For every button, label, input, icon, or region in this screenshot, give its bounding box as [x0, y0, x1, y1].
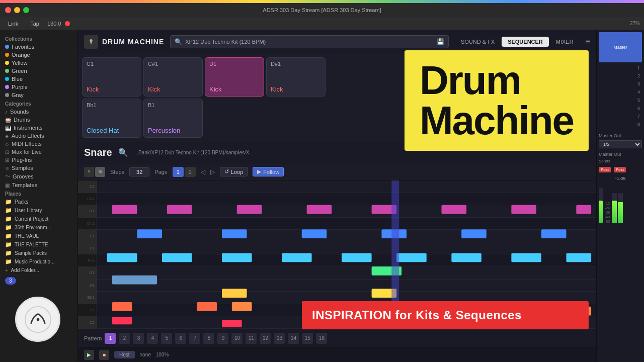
seq-nav-right[interactable]: ▷: [210, 168, 215, 175]
pad-d1[interactable]: D1 Kick: [205, 57, 264, 97]
piano-key-ds1[interactable]: D#1: [78, 218, 97, 230]
menu-icon[interactable]: ≡: [586, 37, 590, 46]
pattern-num-11[interactable]: 11: [246, 333, 257, 344]
tab-mixer[interactable]: MIXER: [550, 37, 580, 47]
pattern-num-8[interactable]: 8: [203, 333, 214, 344]
sidebar-item-max-live[interactable]: ⊡Max for Live: [0, 148, 77, 156]
pattern-num-16[interactable]: 16: [316, 333, 327, 344]
pattern-num-13[interactable]: 13: [274, 333, 285, 344]
post-button-1[interactable]: Post: [599, 167, 611, 172]
maximize-button[interactable]: [23, 7, 29, 13]
pattern-num-9[interactable]: 9: [217, 333, 228, 344]
piano-key-bb1[interactable]: Bb1: [78, 292, 97, 304]
pattern-num-7[interactable]: 7: [189, 333, 200, 344]
svg-rect-24: [112, 276, 157, 285]
sidebar-item-instruments[interactable]: 🎹Instruments: [0, 124, 77, 132]
sidebar-item-add-folder[interactable]: +Add Folder...: [0, 266, 77, 274]
sidebar-item-midi-effects[interactable]: ◇MIDI Effects: [0, 140, 77, 148]
pattern-num-14[interactable]: 14: [288, 333, 299, 344]
pad-ds1[interactable]: D#1 Kick: [266, 57, 326, 97]
sidebar-item-gray[interactable]: Gray: [0, 91, 77, 99]
sidebar-item-user-library[interactable]: 📁User Library: [0, 206, 77, 215]
sidebar-item-packs[interactable]: 📁Packs: [0, 198, 77, 206]
sidebar-item-current-project[interactable]: 📁Current Project: [0, 215, 77, 223]
seq-view-btns: ≡ ⊞: [84, 167, 105, 177]
seq-view-grid[interactable]: ⊞: [95, 167, 105, 177]
pattern-num-10[interactable]: 10: [231, 333, 243, 344]
sidebar-item-36th[interactable]: 📁36th Environm...: [0, 223, 77, 232]
piano-key-b1[interactable]: B1: [78, 304, 97, 317]
pad-a1[interactable]: A1 Closed Hat: [514, 57, 573, 97]
piano-key-f1[interactable]: F1: [78, 242, 97, 255]
sidebar-item-blue[interactable]: Blue: [0, 75, 77, 83]
minimize-button[interactable]: [14, 7, 20, 13]
seq-view-list[interactable]: ≡: [84, 167, 94, 177]
pattern-num-4[interactable]: 4: [147, 333, 158, 344]
output-select[interactable]: 1/2: [599, 140, 642, 148]
mixer-num-5: 5: [599, 97, 642, 104]
pad-empty: [328, 57, 387, 97]
sidebar-item-palette[interactable]: 📁THE PALETTE: [0, 240, 77, 249]
seq-loop-button[interactable]: ↺ Loop: [220, 167, 248, 176]
sidebar-item-music-prod[interactable]: 📁Music Productio...: [0, 257, 77, 266]
fader-track-1[interactable]: [599, 188, 603, 223]
sidebar-item-sounds[interactable]: ♪Sounds: [0, 108, 77, 116]
seq-search-icon[interactable]: 🔍: [118, 148, 128, 157]
sidebar-item-drums[interactable]: 🥁Drums: [0, 116, 77, 124]
pattern-num-5[interactable]: 5: [161, 333, 172, 344]
sidebar-item-purple[interactable]: Purple: [0, 83, 77, 91]
tab-tap[interactable]: Tap: [26, 20, 43, 28]
pad-bb1[interactable]: Bb1 Closed Hat: [82, 99, 141, 138]
sidebar-item-sample-packs[interactable]: 📁Sample Packs: [0, 249, 77, 257]
host-button[interactable]: Host: [114, 351, 135, 358]
tab-sound-fx[interactable]: SOUND & FX: [455, 37, 501, 47]
sidebar-item-vault[interactable]: 📁THE VAULT: [0, 232, 77, 240]
piano-key-g1[interactable]: G1: [78, 267, 97, 280]
seq-nav-left[interactable]: ◁: [201, 168, 205, 175]
sidebar-item-templates[interactable]: ▦Templates: [0, 181, 77, 189]
pattern-num-3[interactable]: 3: [133, 333, 144, 344]
sidebar-item-grooves[interactable]: 〜Grooves: [0, 172, 77, 181]
gray-label: Gray: [12, 92, 24, 98]
svg-rect-36: [511, 307, 531, 316]
seq-steps-value[interactable]: 32: [129, 167, 149, 176]
tab-sequencer[interactable]: SEQUENCER: [502, 37, 549, 47]
pad-b1[interactable]: B1 Percussion: [143, 99, 203, 138]
pad-gs1[interactable]: G#1 🔊 🎧 Snare: [452, 57, 512, 97]
post-button-2[interactable]: Post: [614, 167, 626, 172]
drum-machine: DRUM MACHINE 🔍 XP12 Dub Techno Kit (120 …: [78, 30, 596, 362]
sidebar-item-samples[interactable]: ≋Samples: [0, 164, 77, 172]
piano-key-c2[interactable]: C2: [78, 316, 97, 329]
pattern-num-2[interactable]: 2: [119, 333, 130, 344]
sidebar-item-audio-effects[interactable]: ◈Audio Effects: [0, 132, 77, 140]
seq-tracks[interactable]: [97, 180, 596, 329]
record-button[interactable]: [65, 21, 70, 26]
seq-follow-button[interactable]: ▶ Follow: [253, 167, 284, 176]
piano-key-d1[interactable]: D1: [78, 205, 97, 218]
close-button[interactable]: [5, 7, 11, 13]
piano-key-c1[interactable]: C1: [78, 180, 97, 193]
sidebar-item-plugins[interactable]: ⊞Plug-Ins: [0, 156, 77, 164]
sidebar-item-favorites[interactable]: Favorites: [0, 43, 77, 51]
seq-page-2[interactable]: 2: [185, 167, 196, 177]
pattern-num-1[interactable]: 1: [105, 333, 116, 344]
pattern-num-6[interactable]: 6: [175, 333, 186, 344]
sidebar-item-yellow[interactable]: Yellow: [0, 59, 77, 67]
dm-search[interactable]: 🔍 XP12 Dub Techno Kit (120 BPM) 💾: [170, 35, 449, 48]
play-button[interactable]: ▶: [84, 350, 94, 360]
sidebar-item-orange[interactable]: Orange: [0, 51, 77, 59]
stop-button[interactable]: ■: [99, 350, 109, 360]
sidebar-item-green[interactable]: Green: [0, 67, 77, 75]
pattern-num-15[interactable]: 15: [302, 333, 313, 344]
piano-key-e1[interactable]: E1: [78, 230, 97, 242]
pattern-num-12[interactable]: 12: [260, 333, 271, 344]
tab-link[interactable]: Link: [4, 20, 22, 28]
pad-note-b1: B1: [148, 102, 198, 108]
piano-key-fs1[interactable]: F#1: [78, 254, 97, 267]
piano-key-cs1[interactable]: C#1: [78, 193, 97, 206]
piano-key-a1[interactable]: A1: [78, 280, 97, 292]
pad-c1[interactable]: C1 Kick: [82, 57, 141, 97]
pad-cs1[interactable]: C#1 Kick: [143, 57, 203, 97]
seq-page-1[interactable]: 1: [173, 167, 184, 177]
vu-bar-l: [612, 193, 617, 223]
